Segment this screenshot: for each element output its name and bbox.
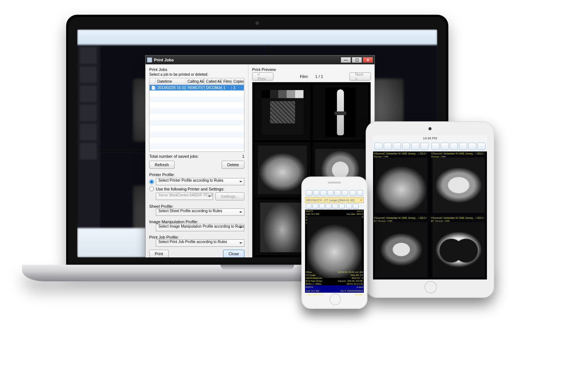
phone-device: RDYN2JTX - CT Lunge [2004.01.02] ✕ RG2TX… bbox=[301, 177, 368, 309]
phone-overlay-bot-left: JPhys: CT Lunge rdachtsdiagnose [# 1] To… bbox=[306, 271, 322, 285]
sheet-profile-label: Sheet Profile: bbox=[149, 204, 244, 209]
close-button[interactable]: Close bbox=[223, 250, 244, 257]
tablet-tool-layout-icon[interactable] bbox=[420, 143, 429, 150]
tablet-tool-save-icon[interactable] bbox=[450, 143, 458, 150]
jobs-table[interactable]: Datetime Calling AE Called AE Films Copi… bbox=[149, 78, 244, 152]
phone-roi-icon[interactable] bbox=[332, 204, 338, 209]
prev-button[interactable]: < Prev bbox=[252, 72, 273, 81]
phone-tool-b-icon[interactable] bbox=[357, 190, 363, 196]
phone-home-icon[interactable] bbox=[306, 190, 312, 196]
phone-study-tab[interactable]: RDYN2JTX - CT Lunge [2004.01.02] ✕ bbox=[305, 197, 364, 203]
maximize-button[interactable]: ☐ bbox=[352, 57, 362, 63]
film-label: Film: bbox=[300, 74, 309, 79]
printer-select[interactable]: Xerox WorkCentre 6400XF PCL6 bbox=[156, 193, 213, 200]
printer-settings-button[interactable]: Settings... bbox=[215, 192, 244, 200]
phone-text-icon[interactable] bbox=[339, 204, 345, 209]
tablet-pane-tr[interactable]: VSourceC Sebastian M 190E Jersey... / 20… bbox=[430, 152, 487, 215]
tablet-tool-info-icon[interactable] bbox=[468, 143, 476, 150]
tablet-pane-br[interactable]: VSourceC Sebastian M 190E Jersey... / 20… bbox=[430, 216, 487, 279]
row-icon: 📄 bbox=[150, 85, 156, 90]
table-empty-rows bbox=[150, 90, 244, 152]
col-calling-ae[interactable]: Calling AE bbox=[186, 78, 204, 85]
phone-annot-icon[interactable] bbox=[319, 204, 325, 209]
col-films[interactable]: Films bbox=[222, 78, 232, 85]
delete-button[interactable]: Delete bbox=[222, 161, 244, 169]
preview-image-knee[interactable] bbox=[313, 85, 369, 140]
phone-actual-icon[interactable] bbox=[334, 190, 341, 196]
phone-fit-icon[interactable] bbox=[327, 190, 334, 196]
tablet-pane-tl[interactable]: VSourceC Sebastian M 190E Jersey... / 20… bbox=[373, 152, 430, 215]
col-datetime[interactable]: Datetime bbox=[156, 78, 186, 85]
tablet-status-bar: 14:46 PM bbox=[373, 135, 487, 141]
tablet-image-chest bbox=[375, 157, 427, 213]
tablet-image-ct-axial bbox=[433, 157, 485, 213]
tablet-pane-bl[interactable]: VSourceC Sebastian M 190E Jersey... / 20… bbox=[373, 216, 430, 279]
table-row[interactable]: 📄 2013/02/26 15:31:50 REMOTEYE DICOMJet … bbox=[150, 85, 244, 90]
summary-count: 1 bbox=[242, 154, 244, 158]
dialog-icon bbox=[147, 57, 152, 63]
close-icon[interactable]: ✕ bbox=[360, 199, 362, 202]
phone-viewport[interactable]: RG2TX 1GE OLV 950 1944.07.16 M 1/2 z: 71… bbox=[305, 210, 364, 293]
tablet-device: 14:46 PM VSourceC Sebastian M 190E Jerse… bbox=[366, 121, 494, 298]
printer-profile-combo[interactable]: Select Printer Profile according to Rule… bbox=[156, 178, 244, 185]
tablet-screen: 14:46 PM VSourceC Sebastian M 190E Jerse… bbox=[373, 135, 487, 279]
tablet-tool-contrast-icon[interactable] bbox=[402, 143, 410, 150]
tablet-tool-arrow-icon[interactable] bbox=[384, 143, 392, 150]
phone-export-icon[interactable] bbox=[312, 204, 318, 209]
tablet-image-ct-lungs bbox=[433, 222, 485, 277]
phone-toolbar-secondary bbox=[305, 203, 364, 210]
film-count: 1 / 1 bbox=[315, 74, 323, 79]
tablet-tool-undo-icon[interactable] bbox=[431, 143, 440, 150]
preview-image-calibration[interactable] bbox=[255, 85, 311, 140]
dialog-title: Print Jobs bbox=[154, 58, 174, 62]
print-jobs-group: Print Jobs bbox=[149, 67, 244, 72]
table-header: Datetime Calling AE Called AE Films Copi… bbox=[150, 78, 244, 85]
phone-tool-a-icon[interactable] bbox=[349, 190, 356, 196]
print-job-profile-label: Print Job Profile: bbox=[149, 235, 244, 239]
phone-zoom-in-icon[interactable] bbox=[313, 190, 320, 196]
printer-profile-custom-label: Use the following Printer and Settings: bbox=[156, 187, 225, 191]
instruction-text: Select a job to be printed or deleted: bbox=[149, 72, 244, 76]
tablet-tool-zoom-icon[interactable] bbox=[393, 143, 401, 150]
col-icon bbox=[150, 78, 156, 85]
printer-profile-rules-radio[interactable] bbox=[149, 179, 154, 184]
tablet-tool-wl-icon[interactable] bbox=[411, 143, 419, 150]
col-copies[interactable]: Copies bbox=[232, 78, 244, 85]
phone-screen: RDYN2JTX - CT Lunge [2004.01.02] ✕ RG2TX… bbox=[305, 189, 364, 293]
image-manipulation-label: Image Manipulation Profile: bbox=[149, 220, 244, 224]
tablet-image-ct-abdomen bbox=[375, 222, 427, 277]
summary-label: Total number of saved jobs: bbox=[149, 154, 199, 158]
close-window-button[interactable]: ✕ bbox=[363, 57, 373, 63]
col-called-ae[interactable]: Called AE bbox=[205, 78, 222, 85]
printer-profile-custom-radio[interactable] bbox=[149, 186, 154, 191]
minimize-button[interactable]: — bbox=[341, 57, 351, 63]
laptop-camera bbox=[255, 21, 259, 25]
tablet-tool-grid-icon[interactable] bbox=[459, 143, 467, 150]
phone-footer-banner: RG2TX 1GE OLV 952 : nato: 1944.07.16 A A… bbox=[305, 285, 364, 293]
phone-toolbar-top bbox=[305, 189, 364, 197]
phone-menu-icon[interactable] bbox=[353, 204, 359, 209]
dialog-titlebar[interactable]: Print Jobs — ☐ ✕ bbox=[146, 56, 374, 64]
print-job-profile-combo[interactable]: Select Print Job Profile according to Ru… bbox=[156, 239, 244, 247]
phone-contrast-icon[interactable] bbox=[342, 190, 348, 196]
printer-profile-label: Printer Profile: bbox=[149, 172, 244, 177]
tablet-toolbar bbox=[373, 141, 487, 152]
bg-thumbnail-panel bbox=[77, 45, 99, 257]
phone-measure-icon[interactable] bbox=[326, 204, 331, 209]
phone-overlay-bot-right: 120.00 kV, 50.00 mA, 330 Slice thk: 1.0 … bbox=[338, 271, 363, 285]
tablet-tool-cart-icon[interactable] bbox=[374, 143, 383, 150]
phone-more-icon[interactable] bbox=[346, 204, 352, 209]
phone-zoom-out-icon[interactable] bbox=[320, 190, 327, 196]
tablet-tool-user-icon[interactable] bbox=[477, 143, 485, 150]
refresh-button[interactable]: Refresh bbox=[149, 161, 175, 169]
tablet-tool-reset-icon[interactable] bbox=[441, 143, 449, 150]
image-manipulation-combo[interactable]: Select Image Manipulation Profile accord… bbox=[156, 224, 244, 231]
print-button[interactable]: Print bbox=[149, 250, 169, 257]
phone-image-chest-xray bbox=[307, 216, 362, 278]
bg-toolbar bbox=[77, 29, 437, 45]
preview-title: Print Preview bbox=[252, 67, 371, 72]
tablet-viewport-grid: VSourceC Sebastian M 190E Jersey... / 20… bbox=[373, 152, 487, 279]
phone-print-icon[interactable] bbox=[306, 204, 312, 209]
sheet-profile-combo[interactable]: Select Sheet Profile according to Rules bbox=[156, 209, 244, 216]
next-button[interactable]: Next > bbox=[349, 72, 371, 81]
